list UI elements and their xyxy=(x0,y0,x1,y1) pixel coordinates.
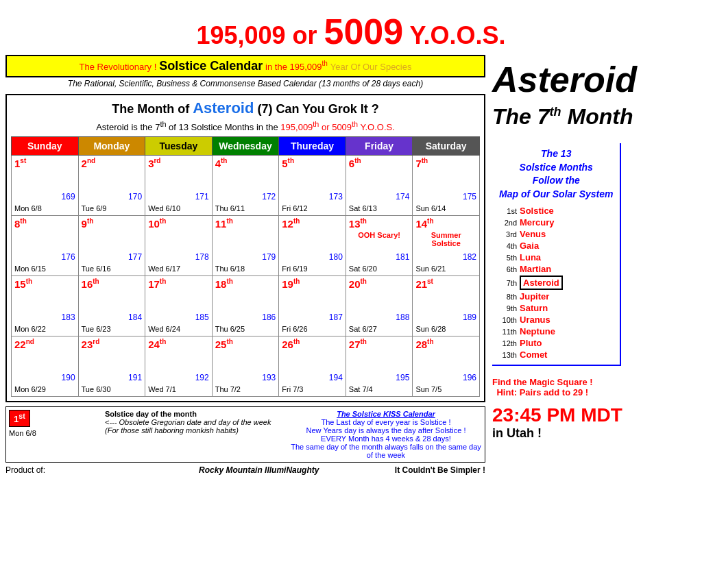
day-gregorian: Sun 6/21 xyxy=(415,265,446,273)
day-year-number: 181 xyxy=(396,252,409,262)
calendar-row-1: 8th176Mon 6/159th177Tue 6/1610th178Wed 6… xyxy=(12,216,480,276)
header-saturday: Saturday xyxy=(413,137,480,156)
solar-list-item: 4thGaia xyxy=(499,240,613,252)
right-asteroid-title: Asteroid xyxy=(492,62,637,97)
day-number: 13th xyxy=(349,217,410,230)
calendar-row-0: 1st169Mon 6/82nd170Tue 6/93rd171Wed 6/10… xyxy=(12,156,480,216)
left-section: The Revolutionary ! Solstice Calendar in… xyxy=(5,55,485,475)
calendar-cell-r3c2: 24th192Wed 7/1 xyxy=(145,336,213,397)
solar-list-item: 11thNeptune xyxy=(499,326,613,337)
product-company: Rocky Mountain IllumiNaughty xyxy=(199,465,319,475)
right-month-title: The 7th Month xyxy=(492,104,633,130)
solar-num: 9th xyxy=(499,304,517,313)
calendar-cell-r0c4: 5th173Fri 6/12 xyxy=(279,156,346,216)
solar-num: 2nd xyxy=(499,219,517,227)
day-number: 11th xyxy=(215,217,276,230)
day-gregorian: Sat 7/4 xyxy=(349,385,373,393)
ms1: Asteroid is the 7 xyxy=(96,122,160,132)
product-prefix: Product of: xyxy=(5,465,45,475)
year2: or 5009 xyxy=(319,122,352,132)
footer-kiss-line2: New Years day is always the day after So… xyxy=(290,426,482,434)
solstice-extra: OOH Scary! xyxy=(349,231,410,239)
ms1-mid: of 13 Solstice Months in the xyxy=(166,122,280,132)
day-year-number: 178 xyxy=(195,252,209,262)
solar-num: 12th xyxy=(499,339,517,347)
solar-system-box: The 13Solstice MonthsFollow theMap of Ou… xyxy=(492,143,621,366)
solar-name: Uranus xyxy=(520,315,550,325)
header-thursday: Thureday xyxy=(279,137,346,156)
day-gregorian: Fri 6/26 xyxy=(282,325,307,333)
calendar-cell-r1c2: 10th178Wed 6/17 xyxy=(145,216,213,276)
calendar-cell-r3c5: 27th195Sat 7/4 xyxy=(346,336,413,397)
day-gregorian: Wed 6/24 xyxy=(148,325,180,333)
calendar-cell-r2c1: 16th184Tue 6/23 xyxy=(78,276,145,336)
day-gregorian: Sun 6/14 xyxy=(415,204,446,212)
solar-num: 1st xyxy=(499,207,517,215)
day-gregorian: Fri 6/12 xyxy=(282,204,307,212)
day-gregorian: Sat 6/27 xyxy=(349,325,377,333)
solar-name: Mercury xyxy=(520,217,555,228)
solar-name: Solstice xyxy=(520,206,554,216)
solar-num: 8th xyxy=(499,293,517,301)
day-year-number: 177 xyxy=(128,252,142,262)
page-container: 195,009 or 5009 Y.O.O.S. The Revolutiona… xyxy=(0,0,702,480)
header-friday: Friday xyxy=(346,137,413,156)
solar-list-item: 13thComet xyxy=(499,349,613,360)
day-number: 19th xyxy=(282,278,343,290)
calendar-box: The Month of Asteroid (7) Can You Grok I… xyxy=(5,94,485,402)
day-number: 7th xyxy=(415,157,476,169)
main-area: The Revolutionary ! Solstice Calendar in… xyxy=(5,55,697,475)
solstice-banner: The Revolutionary ! Solstice Calendar in… xyxy=(5,55,485,77)
day-gregorian: Fri 7/3 xyxy=(282,385,303,393)
day-number: 9th xyxy=(82,217,143,230)
solar-name: Asteroid xyxy=(520,275,563,290)
footer-obs-label: Solstice day of the month xyxy=(105,410,290,418)
day-gregorian: Mon 6/8 xyxy=(14,204,42,212)
banner-suffix: in the 195,009 xyxy=(265,62,322,72)
header-sunday: Sunday xyxy=(12,137,79,156)
solar-list-item: 7thAsteroid xyxy=(499,275,613,291)
day-year-number: 196 xyxy=(463,373,476,382)
footer-kiss-line4: The same day of the month always falls o… xyxy=(290,443,482,459)
solar-num: 11th xyxy=(499,328,517,336)
day-number: 1st xyxy=(14,157,75,169)
day-number: 15th xyxy=(14,278,75,290)
day-number: 6th xyxy=(349,157,410,169)
day-year-number: 191 xyxy=(128,373,142,382)
footer-kiss-line1: The Last day of every year is Solstice ! xyxy=(290,418,482,426)
top-title: 195,009 or 5009 Y.O.O.S. xyxy=(5,5,697,55)
solar-num: 13th xyxy=(499,351,517,359)
magic-square: Find the Magic Square ! Hint: Pairs add … xyxy=(492,377,593,397)
footer-obs-note: (For those still haboring monkish habits… xyxy=(105,426,290,434)
day-year-number: 172 xyxy=(262,192,276,201)
solar-num: 7th xyxy=(499,279,517,287)
header-monday: Monday xyxy=(78,137,145,156)
day-number: 22nd xyxy=(14,338,75,350)
day-number: 27th xyxy=(349,338,410,350)
day-year-number: 184 xyxy=(128,313,142,322)
calendar-cell-r1c4: 12th180Fri 6/19 xyxy=(279,216,346,276)
right-section: Asteroid The 7th Month The 13Solstice Mo… xyxy=(485,55,697,475)
solar-list-item: 12thPluto xyxy=(499,337,613,349)
day-year-number: 176 xyxy=(62,252,75,262)
header-wednesday: Wednesday xyxy=(212,137,279,156)
month-title: The Month of Asteroid (7) Can You Grok I… xyxy=(11,99,480,117)
solar-name: Pluto xyxy=(520,338,542,348)
solar-name: Comet xyxy=(520,350,547,360)
solar-list-item: 9thSaturn xyxy=(499,302,613,314)
day-year-number: 194 xyxy=(329,373,343,382)
month-subtitle: Asteroid is the 7th of 13 Solstice Month… xyxy=(11,120,480,132)
solar-list-item: 2ndMercury xyxy=(499,217,613,228)
day-number: 4th xyxy=(215,157,276,169)
day-number: 3rd xyxy=(148,157,209,169)
day-number: 12th xyxy=(282,217,343,230)
title-part1: 195,009 or xyxy=(196,21,324,49)
day-gregorian: Tue 6/9 xyxy=(82,204,107,212)
banner-suffix3: Year Of Our Species xyxy=(330,62,412,72)
day-gregorian: Mon 6/15 xyxy=(14,265,46,273)
calendar-cell-r2c0: 15th183Mon 6/22 xyxy=(12,276,79,336)
day-number: 24th xyxy=(148,338,209,350)
day-year-number: 182 xyxy=(463,252,476,262)
day-number: 10th xyxy=(148,217,209,230)
solar-title: The 13Solstice MonthsFollow theMap of Ou… xyxy=(499,147,613,201)
